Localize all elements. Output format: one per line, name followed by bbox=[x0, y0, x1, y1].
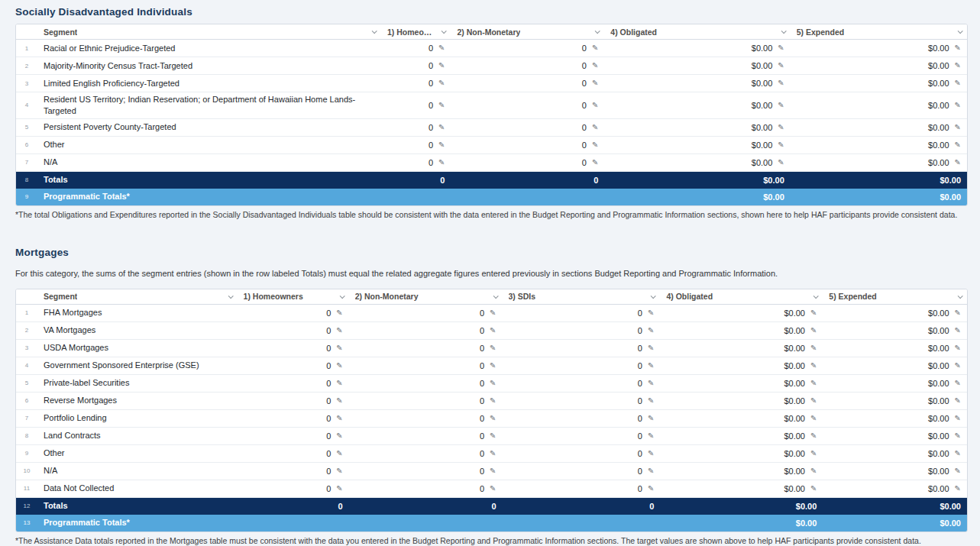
edit-icon[interactable]: ✎ bbox=[490, 362, 496, 370]
edit-icon[interactable]: ✎ bbox=[336, 344, 342, 352]
edit-icon[interactable]: ✎ bbox=[778, 141, 784, 149]
value-cell[interactable]: 0✎ bbox=[349, 305, 503, 321]
value-cell[interactable]: $0.00✎ bbox=[791, 57, 967, 74]
edit-icon[interactable]: ✎ bbox=[490, 415, 496, 422]
value-cell[interactable]: $0.00✎ bbox=[660, 393, 823, 409]
edit-icon[interactable]: ✎ bbox=[336, 485, 342, 493]
value-cell[interactable]: $0.00✎ bbox=[604, 137, 790, 153]
value-cell[interactable]: 0✎ bbox=[381, 137, 451, 153]
edit-icon[interactable]: ✎ bbox=[438, 44, 445, 52]
edit-icon[interactable]: ✎ bbox=[778, 124, 784, 131]
edit-icon[interactable]: ✎ bbox=[955, 62, 961, 69]
edit-icon[interactable]: ✎ bbox=[810, 415, 817, 422]
edit-icon[interactable]: ✎ bbox=[778, 62, 784, 69]
value-cell[interactable]: $0.00✎ bbox=[660, 340, 823, 357]
edit-icon[interactable]: ✎ bbox=[810, 467, 817, 475]
edit-icon[interactable]: ✎ bbox=[955, 432, 961, 440]
edit-icon[interactable]: ✎ bbox=[648, 467, 654, 475]
edit-icon[interactable]: ✎ bbox=[336, 415, 342, 422]
edit-icon[interactable]: ✎ bbox=[648, 485, 654, 493]
edit-icon[interactable]: ✎ bbox=[955, 362, 961, 370]
value-cell[interactable]: $0.00✎ bbox=[660, 305, 823, 321]
value-cell[interactable]: $0.00✎ bbox=[660, 357, 823, 374]
edit-icon[interactable]: ✎ bbox=[778, 159, 784, 166]
edit-icon[interactable]: ✎ bbox=[490, 309, 496, 317]
value-cell[interactable]: $0.00✎ bbox=[823, 322, 967, 339]
edit-icon[interactable]: ✎ bbox=[810, 327, 817, 334]
edit-icon[interactable]: ✎ bbox=[438, 159, 445, 166]
value-cell[interactable]: 0✎ bbox=[451, 92, 604, 118]
value-cell[interactable]: $0.00✎ bbox=[823, 305, 967, 321]
value-cell[interactable]: $0.00✎ bbox=[823, 340, 967, 357]
edit-icon[interactable]: ✎ bbox=[648, 415, 654, 422]
edit-icon[interactable]: ✎ bbox=[336, 432, 342, 440]
value-cell[interactable]: $0.00✎ bbox=[604, 119, 790, 136]
value-cell[interactable]: 0✎ bbox=[381, 75, 451, 92]
chevron-down-icon[interactable] bbox=[958, 293, 963, 299]
value-cell[interactable]: 0✎ bbox=[503, 375, 661, 392]
value-cell[interactable]: 0✎ bbox=[503, 480, 661, 497]
value-cell[interactable]: $0.00✎ bbox=[791, 154, 967, 171]
edit-icon[interactable]: ✎ bbox=[955, 79, 961, 87]
edit-icon[interactable]: ✎ bbox=[955, 380, 961, 387]
edit-icon[interactable]: ✎ bbox=[648, 380, 654, 387]
value-cell[interactable]: 0✎ bbox=[238, 340, 349, 357]
column-header-3-sdis[interactable]: 3) SDIs bbox=[503, 289, 661, 304]
value-cell[interactable]: 0✎ bbox=[503, 305, 661, 321]
chevron-down-icon[interactable] bbox=[813, 293, 819, 299]
value-cell[interactable]: 0✎ bbox=[381, 92, 451, 118]
value-cell[interactable]: $0.00✎ bbox=[660, 410, 823, 427]
edit-icon[interactable]: ✎ bbox=[955, 344, 961, 352]
edit-icon[interactable]: ✎ bbox=[810, 450, 817, 457]
edit-icon[interactable]: ✎ bbox=[490, 467, 496, 475]
edit-icon[interactable]: ✎ bbox=[648, 309, 654, 317]
edit-icon[interactable]: ✎ bbox=[955, 467, 961, 475]
value-cell[interactable]: 0✎ bbox=[381, 40, 451, 57]
column-header-segment[interactable]: Segment bbox=[37, 24, 381, 39]
edit-icon[interactable]: ✎ bbox=[592, 62, 598, 69]
edit-icon[interactable]: ✎ bbox=[336, 450, 342, 457]
value-cell[interactable]: 0✎ bbox=[503, 410, 661, 427]
chevron-down-icon[interactable] bbox=[372, 28, 377, 34]
value-cell[interactable]: $0.00✎ bbox=[823, 428, 967, 444]
value-cell[interactable]: $0.00✎ bbox=[791, 92, 967, 118]
edit-icon[interactable]: ✎ bbox=[810, 362, 817, 370]
value-cell[interactable]: 0✎ bbox=[349, 322, 503, 339]
value-cell[interactable]: $0.00✎ bbox=[660, 445, 823, 462]
value-cell[interactable]: 0✎ bbox=[503, 445, 661, 462]
edit-icon[interactable]: ✎ bbox=[955, 309, 961, 317]
edit-icon[interactable]: ✎ bbox=[438, 141, 445, 149]
value-cell[interactable]: 0✎ bbox=[238, 463, 349, 480]
edit-icon[interactable]: ✎ bbox=[336, 380, 342, 387]
edit-icon[interactable]: ✎ bbox=[955, 415, 961, 422]
edit-icon[interactable]: ✎ bbox=[490, 380, 496, 387]
edit-icon[interactable]: ✎ bbox=[336, 397, 342, 405]
edit-icon[interactable]: ✎ bbox=[778, 44, 784, 52]
value-cell[interactable]: $0.00✎ bbox=[604, 75, 790, 92]
column-header-1-homeowners[interactable]: 1) Homeowners bbox=[238, 289, 349, 304]
column-header-2-non-monetary[interactable]: 2) Non-Monetary bbox=[349, 289, 503, 304]
value-cell[interactable]: 0✎ bbox=[238, 375, 349, 392]
column-header-segment[interactable]: Segment bbox=[37, 289, 238, 304]
value-cell[interactable]: $0.00✎ bbox=[660, 428, 823, 444]
value-cell[interactable]: 0✎ bbox=[451, 119, 604, 136]
edit-icon[interactable]: ✎ bbox=[648, 432, 654, 440]
value-cell[interactable]: 0✎ bbox=[451, 154, 604, 171]
value-cell[interactable]: 0✎ bbox=[238, 322, 349, 339]
edit-icon[interactable]: ✎ bbox=[810, 344, 817, 352]
edit-icon[interactable]: ✎ bbox=[810, 309, 817, 317]
edit-icon[interactable]: ✎ bbox=[490, 450, 496, 457]
value-cell[interactable]: $0.00✎ bbox=[604, 57, 790, 74]
column-header-5-expended[interactable]: 5) Expended bbox=[823, 289, 967, 304]
edit-icon[interactable]: ✎ bbox=[778, 102, 784, 109]
value-cell[interactable]: 0✎ bbox=[349, 428, 503, 444]
value-cell[interactable]: $0.00✎ bbox=[823, 463, 967, 480]
edit-icon[interactable]: ✎ bbox=[810, 432, 817, 440]
value-cell[interactable]: 0✎ bbox=[349, 357, 503, 374]
edit-icon[interactable]: ✎ bbox=[955, 485, 961, 493]
value-cell[interactable]: $0.00✎ bbox=[823, 375, 967, 392]
edit-icon[interactable]: ✎ bbox=[810, 485, 817, 493]
chevron-down-icon[interactable] bbox=[441, 28, 447, 34]
edit-icon[interactable]: ✎ bbox=[778, 79, 784, 87]
edit-icon[interactable]: ✎ bbox=[592, 44, 598, 52]
